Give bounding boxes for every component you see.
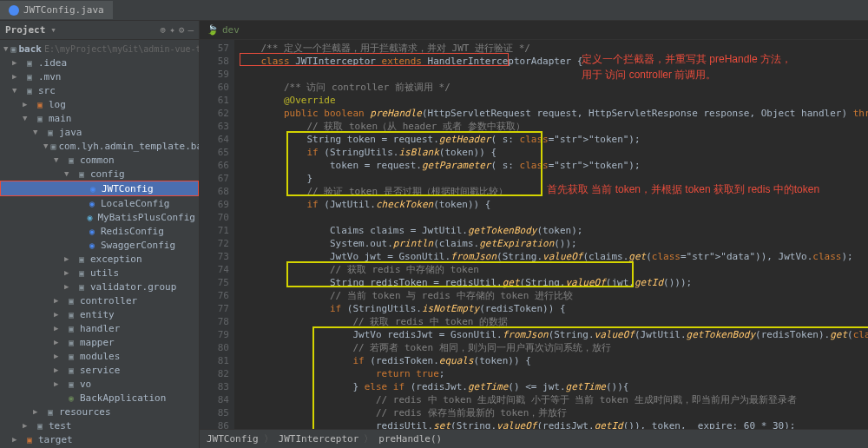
profile-bar: 🍃 dev Change Profiles... <box>200 21 868 40</box>
bc-inner[interactable]: JWTInterceptor <box>279 433 359 445</box>
folder-icon: ▣ <box>65 294 77 306</box>
sidebar-title: Project <box>5 24 45 36</box>
code-content[interactable]: 定义一个拦截器，并重写其 preHandle 方法， 用于 访问 control… <box>234 40 868 429</box>
editor-pane: 🍃 dev Change Profiles... 575859606162636… <box>200 21 868 448</box>
tree-item-swaggerconfig[interactable]: ◉SwaggerConfig <box>0 238 199 252</box>
file-blue-icon: ◉ <box>87 182 99 194</box>
tree-item-vo[interactable]: ▶▣vo <box>0 377 199 391</box>
tree-item-validator-group[interactable]: ▶▣validator.group <box>0 280 199 293</box>
tree-item-mapper[interactable]: ▶▣mapper <box>0 335 199 349</box>
file-blue-icon: ◉ <box>86 239 98 251</box>
tree-item--mvn[interactable]: ▶▣.mvn <box>0 69 199 83</box>
tree-item-modules[interactable]: ▶▣modules <box>0 349 199 363</box>
tree-item-controller[interactable]: ▶▣controller <box>0 293 199 307</box>
folder-icon: ▣ <box>65 364 77 376</box>
folder-orange-icon: ▣ <box>23 433 36 445</box>
note-1a: 定义一个拦截器，并重写其 preHandle 方法， <box>582 53 792 66</box>
file-blue-icon: ◉ <box>86 197 98 209</box>
tree-item-src[interactable]: ▼▣src <box>0 83 199 97</box>
folder-icon: ▣ <box>10 43 16 55</box>
tree-root[interactable]: ▼▣ back E:\myProject\myGit\admin-vue-tem… <box>0 42 199 56</box>
folder-icon: ▣ <box>34 419 46 432</box>
folder-icon: ▣ <box>76 168 88 180</box>
folder-icon: ▣ <box>65 308 77 320</box>
tab-label: JWTConfig.java <box>23 4 104 16</box>
gear-icon[interactable]: ⚙ <box>179 24 185 36</box>
tree-item-backapplication[interactable]: ◉BackApplication <box>0 391 199 405</box>
note-2: 首先获取 当前 token，并根据 token 获取到 redis 中的toke… <box>547 183 819 196</box>
folder-icon: ▣ <box>34 112 46 124</box>
editor-tabs: JWTConfig.java <box>0 0 868 21</box>
bc-class[interactable]: JWTConfig <box>207 433 259 445</box>
tree-item-resources[interactable]: ▶▣resources <box>0 405 199 418</box>
project-tree[interactable]: ▼▣ back E:\myProject\myGit\admin-vue-tem… <box>0 40 199 448</box>
java-class-icon <box>9 5 19 16</box>
tree-item-mybatisplusconfig[interactable]: ◉MyBatisPlusConfig <box>0 210 199 224</box>
tree-item-handler[interactable]: ▶▣handler <box>0 321 199 335</box>
file-cyan-icon: ◉ <box>85 211 95 223</box>
folder-icon: ▣ <box>44 405 56 418</box>
tree-item-exception[interactable]: ▶▣exception <box>0 252 199 266</box>
collapse-icon[interactable]: ⊕ <box>161 24 167 36</box>
folder-orange-icon: ▣ <box>34 98 46 110</box>
tree-item-main[interactable]: ▼▣main <box>0 111 199 125</box>
line-gutter: 5758596061626364656667686970717273747576… <box>200 40 234 429</box>
tree-item-java[interactable]: ▼▣java <box>0 125 199 139</box>
folder-icon: ▣ <box>44 126 56 138</box>
tree-item-config[interactable]: ▼▣config <box>0 167 199 181</box>
folder-icon: ▣ <box>23 84 36 96</box>
tree-item-jwtconfig[interactable]: ◉JWTConfig <box>0 181 199 196</box>
note-1b: 用于 访问 controller 前调用。 <box>582 69 716 82</box>
project-sidebar: Project ▾ ⊕ ✦ ⚙ — ▼▣ back E:\myProject\m… <box>0 21 200 448</box>
tree-item-common[interactable]: ▼▣common <box>0 153 199 167</box>
sidebar-toolbar: ⊕ ✦ ⚙ — <box>161 24 194 36</box>
breadcrumb[interactable]: JWTConfig 〉 JWTInterceptor 〉 preHandle() <box>200 429 868 448</box>
settings-icon[interactable]: ✦ <box>169 24 175 36</box>
tree-item-service[interactable]: ▶▣service <box>0 363 199 377</box>
folder-icon: ▣ <box>65 154 77 166</box>
tree-item-localeconfig[interactable]: ◉LocaleConfig <box>0 196 199 210</box>
tree-item-test[interactable]: ▶▣test <box>0 418 199 432</box>
folder-icon: ▣ <box>65 336 77 348</box>
folder-icon: ▣ <box>76 253 88 265</box>
file-blue-icon: ◉ <box>86 225 98 237</box>
folder-icon: ▣ <box>23 56 36 69</box>
folder-icon: ▣ <box>65 322 77 334</box>
tree-item-entity[interactable]: ▶▣entity <box>0 307 199 321</box>
folder-icon: ▣ <box>65 378 77 390</box>
tree-item-log[interactable]: ▶▣log <box>0 97 199 111</box>
folder-icon: ▣ <box>76 267 88 279</box>
leaf-icon: 🍃 <box>207 24 219 36</box>
tab-jwtconfig[interactable]: JWTConfig.java <box>0 1 113 19</box>
folder-icon: ▣ <box>50 140 56 152</box>
bc-method[interactable]: preHandle() <box>378 433 442 445</box>
bc-sep-icon: 〉 <box>264 432 273 445</box>
tree-item-redisconfig[interactable]: ◉RedisConfig <box>0 224 199 238</box>
profile-label: dev <box>222 24 240 36</box>
tree-item-com-lyh-admin-template-back[interactable]: ▼▣com.lyh.admin_template.back <box>0 139 199 153</box>
tree-item-target[interactable]: ▶▣target <box>0 432 199 446</box>
code-area[interactable]: 5758596061626364656667686970717273747576… <box>200 40 868 429</box>
hide-icon[interactable]: — <box>187 24 194 36</box>
tree-item-utils[interactable]: ▶▣utils <box>0 266 199 280</box>
folder-icon: ▣ <box>23 70 36 82</box>
tree-item--idea[interactable]: ▶▣.idea <box>0 56 199 69</box>
bc-sep-icon: 〉 <box>364 432 373 445</box>
folder-icon: ▣ <box>76 280 88 293</box>
sidebar-header: Project ▾ ⊕ ✦ ⚙ — <box>0 21 199 40</box>
file-green-icon: ◉ <box>65 392 77 404</box>
folder-icon: ▣ <box>65 350 77 362</box>
